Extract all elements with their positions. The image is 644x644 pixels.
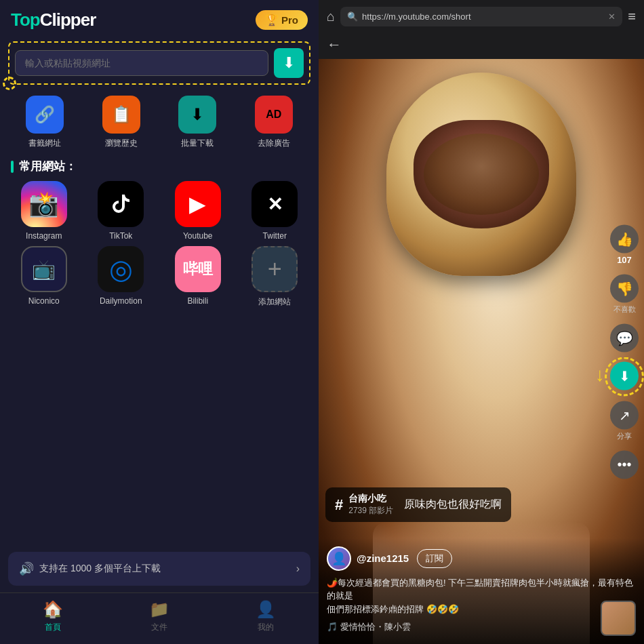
support-arrow-icon: › <box>296 563 300 575</box>
channel-row: 👤 @zine1215 訂閱 <box>327 546 636 571</box>
url-search-icon: 🔍 <box>347 12 358 22</box>
download-indicator-arrow: ↓ <box>595 364 605 386</box>
browser-bar: ⌂ 🔍 https://m.youtube.com/short ✕ ≡ <box>319 0 644 33</box>
hash-symbol: # <box>335 496 343 514</box>
share-button[interactable]: ↗ 分享 <box>610 401 639 441</box>
dislike-label: 不喜歡 <box>613 304 636 314</box>
profile-icon: 👤 <box>256 600 276 619</box>
thumbnail-preview <box>601 601 636 636</box>
more-button[interactable]: ••• <box>610 450 639 479</box>
batch-icon: ⬇ <box>178 96 216 134</box>
files-label: 文件 <box>151 622 167 633</box>
batch-label: 批量下載 <box>181 138 214 149</box>
ad-icon: AD <box>255 96 293 134</box>
files-icon: 📁 <box>149 600 169 619</box>
share-icon: ↗ <box>610 401 639 429</box>
bookmark-label: 書籤網址 <box>28 138 61 149</box>
app-header: TopClipper Pro <box>0 0 319 37</box>
social-bilibili[interactable]: 哔哩 Bilibili <box>162 246 234 308</box>
search-input[interactable] <box>15 50 268 76</box>
niconico-icon: 📺 <box>21 246 67 292</box>
search-area: ⬇ <box>8 41 310 85</box>
home-label: 首頁 <box>45 622 61 633</box>
social-niconico[interactable]: 📺 Niconico <box>8 246 80 308</box>
like-icon: 👍 <box>610 224 639 253</box>
instagram-label: Instagram <box>26 231 62 241</box>
tiktok-icon <box>98 181 144 227</box>
logo-top: Top <box>11 9 40 30</box>
dislike-icon: 👎 <box>610 274 639 302</box>
share-label: 分享 <box>617 430 632 441</box>
niconico-label: Niconico <box>28 296 60 306</box>
social-twitter[interactable]: ✕ Twitter <box>239 181 311 241</box>
bookmark-icon: 🔗 <box>26 96 64 134</box>
bilibili-icon: 哔哩 <box>175 246 221 292</box>
quick-actions: 🔗 書籤網址 📋 瀏覽歷史 ⬇ 批量下載 AD 去除廣告 <box>0 90 319 152</box>
like-button[interactable]: 👍 107 <box>610 224 639 264</box>
video-description: 🌶️每次經過都會買的黑糖肉包! 下午三點開賣招牌肉包半小時就瘋搶，最有特色的就是… <box>327 576 636 616</box>
bookmark-action[interactable]: 🔗 書籤網址 <box>26 96 64 149</box>
hashtag-info: 台南小吃 2739 部影片 <box>348 493 393 517</box>
instagram-icon: 📸 <box>21 181 67 227</box>
add-site-icon: + <box>251 246 298 292</box>
url-close-icon[interactable]: ✕ <box>608 12 616 22</box>
social-tiktok[interactable]: TikTok <box>85 181 157 241</box>
tiktok-label: TikTok <box>109 231 132 241</box>
back-button[interactable]: ← <box>327 36 342 54</box>
profile-label: 我的 <box>258 622 274 633</box>
bottom-overlay: 👤 @zine1215 訂閱 🌶️每次經過都會買的黑糖肉包! 下午三點開賣招牌肉… <box>319 538 644 645</box>
bilibili-label: Bilibili <box>187 296 208 306</box>
subscribe-button[interactable]: 訂閱 <box>417 549 452 568</box>
social-youtube[interactable]: ▶ Youtube <box>162 181 234 241</box>
download-video-button[interactable]: ⬇ <box>610 361 639 391</box>
browser-home-button[interactable]: ⌂ <box>327 9 335 24</box>
search-row: ⬇ <box>15 48 304 78</box>
url-bar[interactable]: 🔍 https://m.youtube.com/short ✕ <box>340 7 622 26</box>
channel-avatar[interactable]: 👤 <box>327 546 351 571</box>
youtube-icon: ▶ <box>175 181 221 227</box>
twitter-label: Twitter <box>263 231 287 241</box>
hashtag-title: 原味肉包也很好吃啊 <box>404 498 502 512</box>
music-text: 🎵 愛情恰恰・陳小雲 <box>327 621 411 633</box>
left-panel: TopClipper Pro ⬇ 🔗 書籤網址 📋 瀏覽歷史 ⬇ 批量下載 AD… <box>0 0 319 644</box>
support-banner[interactable]: 支持在 1000 多個平台上下載 › <box>8 552 310 586</box>
social-instagram[interactable]: 📸 Instagram <box>8 181 80 241</box>
section-title: 常用網站： <box>0 152 319 178</box>
social-grid: 📸 Instagram TikTok ▶ Youtube ✕ Twitter 📺… <box>0 178 319 313</box>
app-logo: TopClipper <box>11 9 96 31</box>
more-icon: ••• <box>610 450 639 479</box>
ad-action[interactable]: AD 去除廣告 <box>255 96 293 149</box>
pro-badge[interactable]: Pro <box>256 10 308 30</box>
bottom-nav: 🏠 首頁 📁 文件 👤 我的 <box>0 592 319 644</box>
hashtag-count: 2739 部影片 <box>348 505 393 517</box>
batch-action[interactable]: ⬇ 批量下載 <box>178 96 216 149</box>
music-info: 🎵 愛情恰恰・陳小雲 <box>327 621 636 633</box>
history-label: 瀏覽歷史 <box>105 138 138 149</box>
browser-nav: ← <box>319 33 644 59</box>
like-count: 107 <box>617 254 632 264</box>
comment-button[interactable]: 💬 <box>610 323 639 352</box>
right-panel: ⌂ 🔍 https://m.youtube.com/short ✕ ≡ ← <box>319 0 644 644</box>
right-actions: 👍 107 👎 不喜歡 💬 ⬇ ↗ 分享 ••• <box>610 224 639 479</box>
home-icon: 🏠 <box>43 600 63 619</box>
hashtag-text: 台南小吃 <box>348 493 393 505</box>
url-text: https://m.youtube.com/short <box>362 12 604 22</box>
dailymotion-label: Dailymotion <box>100 296 142 306</box>
comment-icon: 💬 <box>610 323 639 352</box>
dailymotion-icon: ◎ <box>98 246 144 292</box>
hashtag-overlay[interactable]: # 台南小吃 2739 部影片 原味肉包也很好吃啊 <box>325 487 511 522</box>
channel-name: @zine1215 <box>357 552 409 564</box>
download-button[interactable]: ⬇ <box>274 48 304 78</box>
social-dailymotion[interactable]: ◎ Dailymotion <box>85 246 157 308</box>
browser-menu-icon[interactable]: ≡ <box>628 9 636 24</box>
social-add[interactable]: + 添加網站 <box>239 246 311 308</box>
support-text: 支持在 1000 多個平台上下載 <box>19 561 161 576</box>
history-icon: 📋 <box>102 96 140 134</box>
nav-home[interactable]: 🏠 首頁 <box>43 600 63 633</box>
ad-label: 去除廣告 <box>258 138 290 149</box>
video-area: 👍 107 👎 不喜歡 💬 ⬇ ↗ 分享 ••• <box>319 59 644 644</box>
dislike-button[interactable]: 👎 不喜歡 <box>610 274 639 314</box>
nav-profile[interactable]: 👤 我的 <box>256 600 276 633</box>
nav-files[interactable]: 📁 文件 <box>149 600 169 633</box>
history-action[interactable]: 📋 瀏覽歷史 <box>102 96 140 149</box>
